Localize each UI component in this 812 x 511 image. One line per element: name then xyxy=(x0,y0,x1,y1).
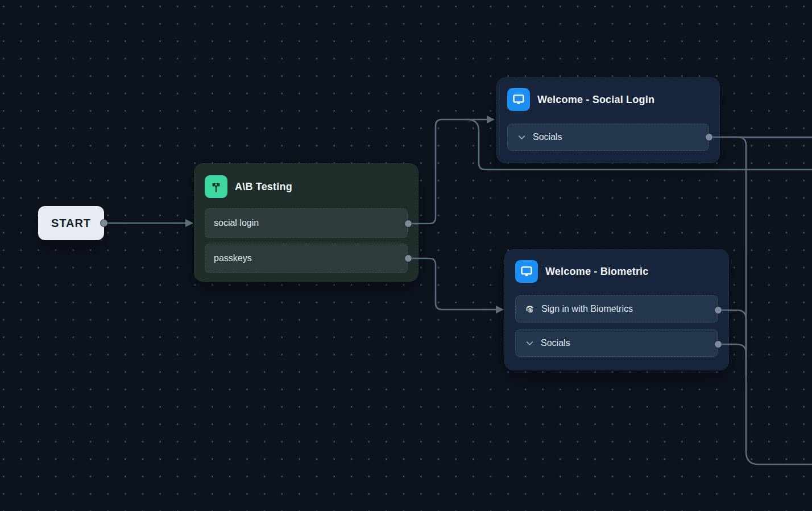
flow-canvas[interactable]: START A\B Testing social login passkeys xyxy=(0,0,812,511)
edge-trunk-to-offscreen-bottom[interactable] xyxy=(722,137,812,464)
arrowhead-welcome-social xyxy=(487,116,495,123)
node-title: Welcome - Social Login xyxy=(537,94,654,106)
node-header: A\B Testing xyxy=(205,175,408,198)
row-socials[interactable]: Socials xyxy=(507,123,709,151)
node-title: Welcome - Biometric xyxy=(545,266,649,278)
node-ab-testing[interactable]: A\B Testing social login passkeys xyxy=(194,163,419,282)
arrowhead-welcome-biometric xyxy=(496,306,504,314)
chevron-down-icon[interactable] xyxy=(516,132,527,143)
row-passkeys[interactable]: passkeys xyxy=(205,244,408,273)
edge-passkeys-to-welcome-biometric[interactable] xyxy=(408,258,495,310)
edge-social-login-to-welcome-social[interactable] xyxy=(408,119,486,224)
node-start[interactable]: START xyxy=(38,206,104,240)
node-title: A\B Testing xyxy=(235,181,292,193)
row-label: social login xyxy=(214,218,259,228)
node-welcome-biometric[interactable]: Welcome - Biometric Sign in with Biometr… xyxy=(504,249,729,370)
node-header: Welcome - Biometric xyxy=(515,260,718,283)
start-label: START xyxy=(51,217,91,230)
screen-icon xyxy=(507,88,530,111)
arrowhead-ab-testing xyxy=(185,219,193,227)
split-arrows-icon xyxy=(205,175,227,198)
fingerprint-icon xyxy=(524,303,536,315)
row-label: Socials xyxy=(533,132,562,142)
row-socials[interactable]: Socials xyxy=(515,329,718,357)
node-header: Welcome - Social Login xyxy=(507,88,709,111)
row-label: Sign in with Biometrics xyxy=(541,304,633,314)
row-label: passkeys xyxy=(214,253,252,263)
screen-icon xyxy=(515,260,538,283)
node-welcome-social-login[interactable]: Welcome - Social Login Socials xyxy=(496,77,720,163)
row-sign-in-with-biometrics[interactable]: Sign in with Biometrics xyxy=(515,295,718,323)
chevron-down-icon[interactable] xyxy=(524,338,535,349)
row-label: Socials xyxy=(541,338,570,348)
row-social-login[interactable]: social login xyxy=(205,208,408,238)
